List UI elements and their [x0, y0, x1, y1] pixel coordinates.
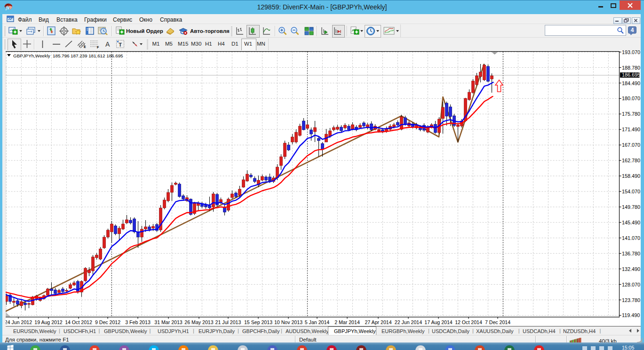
svg-text:2 Mar 2014: 2 Mar 2014 — [334, 319, 360, 325]
svg-text:14 Oct 2012: 14 Oct 2012 — [65, 319, 92, 325]
svg-text:12 Oct 2014: 12 Oct 2014 — [455, 319, 482, 325]
svg-text:15 Sep 2013: 15 Sep 2013 — [244, 319, 272, 325]
svg-text:193.070: 193.070 — [622, 50, 640, 55]
svg-text:145.490: 145.490 — [622, 220, 640, 225]
svg-text:141.070: 141.070 — [622, 235, 640, 241]
svg-text:132.490: 132.490 — [622, 266, 640, 272]
svg-text:5 Jan 2014: 5 Jan 2014 — [305, 319, 330, 325]
svg-text:9 Dec 2012: 9 Dec 2012 — [95, 319, 120, 325]
svg-text:22 Jun 2014: 22 Jun 2014 — [395, 319, 422, 325]
svg-text:149.780: 149.780 — [622, 204, 640, 210]
svg-text:7 Dec 2014: 7 Dec 2014 — [485, 319, 510, 325]
svg-text:17 Aug 2014: 17 Aug 2014 — [424, 319, 453, 325]
svg-text:19 Aug 2012: 19 Aug 2012 — [34, 319, 63, 325]
svg-text:3 Feb 2013: 3 Feb 2013 — [125, 319, 151, 325]
svg-text:GBPJPYh,Weekly 185.796 187.23: GBPJPYh,Weekly 185.796 187.239 181.612 1… — [13, 53, 123, 58]
svg-text:4: 4 — [631, 27, 634, 33]
svg-text:24 Jun 2012: 24 Jun 2012 — [5, 319, 32, 325]
svg-text:F: F — [97, 46, 99, 49]
svg-text:27 Apr 2014: 27 Apr 2014 — [365, 319, 391, 325]
svg-text:10 Nov 2013: 10 Nov 2013 — [274, 319, 302, 325]
svg-text:123.780: 123.780 — [622, 297, 640, 303]
svg-text:26 May 2013: 26 May 2013 — [184, 319, 213, 325]
svg-text:T: T — [119, 42, 122, 48]
svg-text:175.780: 175.780 — [622, 111, 640, 117]
svg-text:136.780: 136.780 — [622, 251, 640, 256]
svg-text:180.070: 180.070 — [622, 95, 640, 101]
svg-text:158.490: 158.490 — [622, 173, 640, 179]
svg-text:E: E — [84, 45, 86, 48]
svg-text:154.070: 154.070 — [622, 189, 640, 194]
svg-text:186.695: 186.695 — [622, 72, 640, 78]
svg-text:128.070: 128.070 — [622, 282, 640, 287]
svg-text:162.780: 162.780 — [622, 158, 640, 163]
svg-text:119.490: 119.490 — [622, 312, 640, 318]
svg-text:188.780: 188.780 — [622, 65, 640, 71]
svg-text:184.490: 184.490 — [622, 80, 640, 86]
svg-text:167.070: 167.070 — [622, 142, 640, 148]
svg-text:21 Jul 2013: 21 Jul 2013 — [215, 319, 241, 325]
svg-text:31 Mar 2013: 31 Mar 2013 — [154, 319, 183, 325]
svg-text:171.490: 171.490 — [622, 127, 640, 132]
